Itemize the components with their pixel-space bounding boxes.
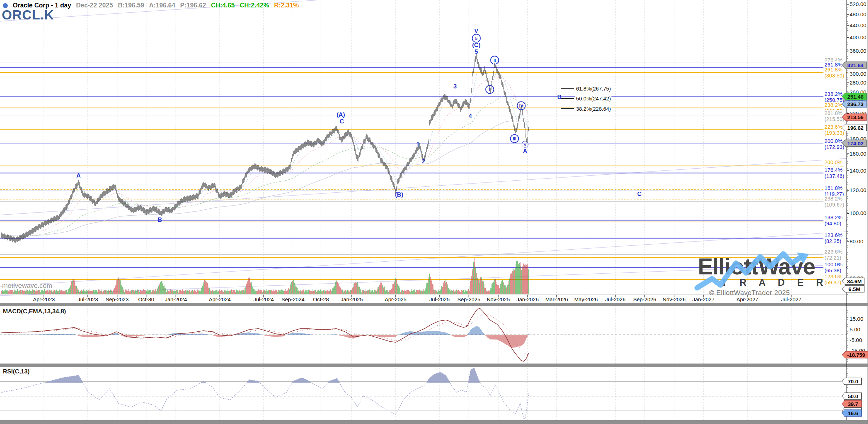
elliott-wave-label-II: II xyxy=(490,56,499,65)
date-axis-label: Jan-2025 xyxy=(341,296,363,302)
elliott-wave-label-B: (B) xyxy=(395,191,403,198)
price-axis-tick: 400.00 xyxy=(850,34,866,41)
elliott-wave-label-III: III xyxy=(510,134,519,143)
elliott-wave-label-1: 1 xyxy=(416,141,419,148)
price-axis-tick: 160.00 xyxy=(850,151,866,157)
macd-value-badge: -18.759 xyxy=(842,351,868,359)
fib-level-label: 261.8%(215.50) xyxy=(823,110,846,122)
fib-level-label: 223.6%(72.21) xyxy=(823,249,846,261)
date-axis-label: Apr-2027 xyxy=(736,296,758,302)
fib-level-label: 238.2%(109.67) xyxy=(823,196,846,208)
date-axis-label: Sep-2025 xyxy=(457,296,480,302)
volume-badge-6.5M: 6.5M xyxy=(842,285,864,293)
motivewave-watermark: motivewave.com xyxy=(2,282,52,290)
quote-last: P:196.62 xyxy=(180,2,206,9)
fib-retracement-label: 38.2%(228.64) xyxy=(575,105,611,111)
price-badge-196.62: 196.62 xyxy=(842,124,867,131)
price-axis-tick: 80.00 xyxy=(850,238,863,245)
elliott-wave-label-A: A xyxy=(523,148,527,155)
chart-window: ElliottWave T R A D E R® © ElliottWaveTr… xyxy=(0,0,868,424)
macd-axis-tick: 15.00 xyxy=(850,316,863,322)
volume-badge-34.6M: 34.6M xyxy=(842,278,864,285)
fib-level-label: 261.8%(303.50) xyxy=(823,66,846,79)
price-axis-tick: 360.00 xyxy=(850,48,866,54)
quote-range: R:2.31% xyxy=(274,2,299,9)
elliott-wave-label-5: 5 xyxy=(472,34,481,43)
elliottwavetrader-logo: ElliottWave T R A D E R® © ElliottWaveTr… xyxy=(698,255,831,297)
elliott-wave-label-C: C xyxy=(637,191,642,198)
rsi-pane-title: RSI(C,13) xyxy=(3,368,30,375)
rsi-level-badge-70.0: 70.0 xyxy=(842,378,862,385)
date-axis-label: Jan-2027 xyxy=(692,296,715,302)
price-badge-213.56: 213.56 xyxy=(842,114,867,121)
price-axis-tick: 280.00 xyxy=(850,80,866,86)
date-axis-label: Apr-2023 xyxy=(33,296,55,302)
elliott-wave-label-2: 2 xyxy=(422,158,425,165)
date-axis-label: Sep-2026 xyxy=(633,296,656,302)
date-axis-label: Jan-2026 xyxy=(517,296,539,302)
date-axis-label: Jul-2023 xyxy=(77,296,98,302)
rsi-level-badge-50.0: 50.0 xyxy=(842,393,862,400)
date-axis-label: Jul-2026 xyxy=(605,296,626,302)
elliott-wave-label-A: (A) xyxy=(337,111,345,118)
date-axis-label: Nov-2025 xyxy=(487,296,510,302)
date-axis-label: Sep-2024 xyxy=(281,296,304,302)
price-axis-tick: 520.00 xyxy=(850,1,866,7)
price-badge-236.73: 236.73 xyxy=(842,100,867,108)
macd-axis-tick: -5.00 xyxy=(850,337,862,343)
date-axis-label: Oct-28 xyxy=(313,296,329,302)
date-axis-label: Jan-2024 xyxy=(165,296,187,302)
fib-level-label: 200.0%(172.93) xyxy=(823,138,846,150)
fib-level-label: 123.6%(59.37) xyxy=(823,273,846,285)
elliott-wave-label-3: 3 xyxy=(453,83,456,90)
price-axis-tick: 440.00 xyxy=(850,22,866,29)
date-axis-label: Nov-2026 xyxy=(662,296,685,302)
rsi-level-badge-39.7: 39.7 xyxy=(842,400,862,407)
fib-level-label: 161.8%(119.27) xyxy=(823,185,846,197)
elliott-wave-label-B: B xyxy=(158,216,162,223)
date-axis-label: Jul-2024 xyxy=(253,296,274,302)
elliott-wave-label-v: v xyxy=(522,141,529,148)
elliott-wave-label-C: C xyxy=(340,118,344,125)
date-axis-label: Jul-2025 xyxy=(429,296,450,302)
macd-axis-tick: 5.00 xyxy=(850,326,860,333)
date-axis-label: Jul-2027 xyxy=(781,296,801,302)
rsi-level-badge-16.6: 16.6 xyxy=(842,410,862,417)
elliott-wave-label-C: (C) xyxy=(472,42,481,49)
elliott-wave-label-4: 4 xyxy=(469,113,472,120)
quote-ask: A:196.64 xyxy=(149,2,175,9)
date-axis-label: Apr-2025 xyxy=(385,296,407,302)
fib-level-label: 223.6%(193.33) xyxy=(823,124,846,136)
price-badge-321.64: 321.64 xyxy=(842,62,867,69)
elliott-wave-label-A: A xyxy=(76,172,81,179)
elliott-wave-label-IV: IV xyxy=(517,101,526,110)
price-axis-tick: 140.00 xyxy=(850,168,866,174)
date-axis-label: Oct-30 xyxy=(138,296,154,302)
date-axis-label: May-2026 xyxy=(574,296,598,302)
chart-canvas-svg[interactable] xyxy=(0,0,868,424)
price-axis-tick: 480.00 xyxy=(850,11,866,18)
price-badge-174.02: 174.02 xyxy=(842,139,867,147)
fib-level-label: 123.6%(82.25) xyxy=(823,232,846,244)
fib-level-label: 100.0%(65.38) xyxy=(823,261,846,273)
quote-bid: B:196.59 xyxy=(118,2,144,9)
date-axis-label: Mar-2026 xyxy=(545,296,568,302)
price-badge-251.46: 251.46 xyxy=(842,93,867,100)
date-axis-label: Apr-2024 xyxy=(209,296,231,302)
fib-retracement-label: 50.0%(247.42) xyxy=(575,95,611,101)
fib-retracement-label: 61.8%(267.75) xyxy=(575,86,611,92)
price-axis-tick: 100.00 xyxy=(850,210,866,216)
quote-date: Dec-22 2025 xyxy=(76,2,113,9)
quote-change: CH:4.65 xyxy=(211,2,235,9)
date-axis-label: Sep-2023 xyxy=(105,296,128,302)
instrument-bullet-icon xyxy=(3,3,8,8)
symbol-label: ORCL.K xyxy=(2,8,54,23)
elliott-wave-label-B: B xyxy=(557,94,562,101)
macd-pane-title: MACD(C,EMA,13,34,8) xyxy=(3,308,66,315)
elliott-wave-label-I: I xyxy=(485,85,494,94)
price-axis-tick: 120.00 xyxy=(850,187,866,193)
elliott-wave-label-5: 5 xyxy=(475,48,478,56)
fib-level-label: 138.2%(94.80) xyxy=(823,214,846,226)
price-axis-tick: 300.00 xyxy=(850,71,866,77)
fib-level-label: 176.4%(137.46) xyxy=(823,167,846,179)
